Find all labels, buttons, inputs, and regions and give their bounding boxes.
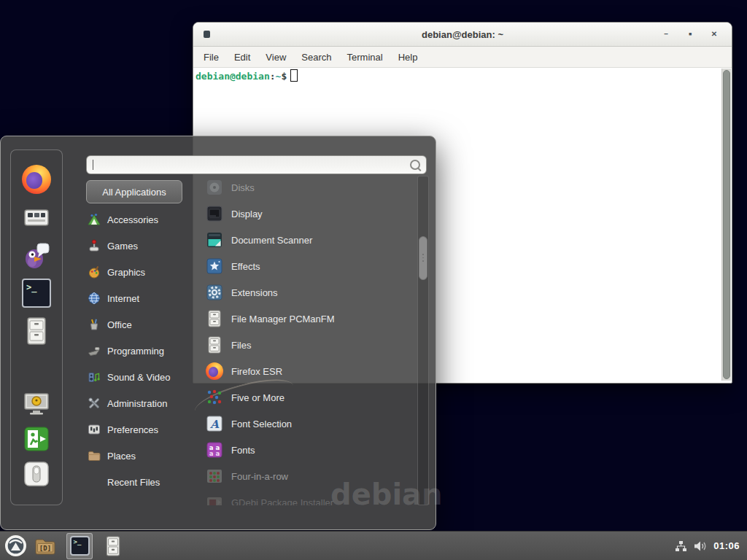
prompt-user-host: debian@debian	[196, 71, 270, 82]
window-title: debian@debian: ~	[193, 29, 732, 40]
category-list: All Applications Accessories Games Graph…	[86, 180, 201, 495]
fonts-icon: a aa a	[206, 441, 223, 459]
category-accessories[interactable]: Accessories	[86, 206, 201, 233]
category-all-applications[interactable]: All Applications	[86, 180, 182, 203]
search-input[interactable]	[93, 157, 410, 173]
files-task-button[interactable]	[104, 536, 123, 556]
shut-down-icon[interactable]	[23, 461, 50, 487]
accessories-icon	[88, 213, 101, 226]
search-icon	[410, 160, 420, 170]
places-icon	[88, 449, 101, 462]
four-in-a-row-icon	[206, 467, 223, 485]
folder-d-icon: [D]	[34, 536, 56, 556]
terminal-menubar: File Edit View Search Terminal Help	[193, 47, 732, 68]
pcmanfm-desktop-button[interactable]: [D]	[34, 536, 56, 556]
programming-icon	[88, 344, 101, 357]
category-programming[interactable]: Programming	[86, 338, 201, 364]
administration-icon	[88, 397, 101, 410]
app-list-scrollbar[interactable]	[417, 176, 429, 505]
app-disks[interactable]: Disks	[206, 174, 416, 201]
menu-terminal[interactable]: Terminal	[347, 52, 383, 63]
terminal-icon	[70, 536, 90, 556]
menu-logo-icon	[4, 534, 27, 557]
shell-prompt: debian@debian:~$	[196, 69, 298, 82]
games-icon	[88, 239, 101, 252]
firefox-icon	[206, 362, 223, 380]
application-menu: debian	[0, 136, 436, 530]
app-font-selection[interactable]: A Font Selection	[206, 411, 416, 437]
application-list: Disks Display Document Scanner Effects E…	[206, 174, 416, 505]
app-five-or-more[interactable]: Five or More	[206, 384, 416, 411]
app-file-manager-pcmanfm[interactable]: File Manager PCManFM	[206, 306, 416, 332]
firefox-icon[interactable]	[22, 165, 51, 194]
app-gdebi-package-installer[interactable]: GDebi Package Installer	[206, 489, 416, 505]
file-cabinet-icon	[206, 310, 223, 327]
file-cabinet-icon	[104, 536, 123, 556]
graphics-icon	[88, 265, 101, 279]
app-display[interactable]: Display	[206, 201, 416, 227]
app-document-scanner[interactable]: Document Scanner	[206, 227, 416, 253]
terminal-window-icon	[204, 31, 210, 38]
app-firefox-esr[interactable]: Firefox ESR	[206, 358, 416, 384]
volume-icon[interactable]	[694, 540, 707, 552]
category-internet[interactable]: Internet	[86, 285, 201, 311]
category-administration[interactable]: Administration	[86, 390, 201, 416]
category-sound-video[interactable]: Sound & Video	[86, 364, 201, 390]
font-selection-icon: A	[206, 415, 223, 432]
category-recent-files[interactable]: Recent Files	[86, 469, 201, 495]
terminal-scrollbar-thumb[interactable]	[723, 70, 730, 379]
document-scanner-icon	[206, 231, 223, 249]
taskbar: [D] 01:06	[0, 531, 747, 560]
internet-icon	[88, 292, 101, 305]
category-games[interactable]: Games	[86, 233, 201, 259]
maximize-icon[interactable]: ■	[686, 30, 694, 39]
category-preferences[interactable]: Preferences	[86, 416, 201, 443]
pidgin-icon[interactable]	[22, 241, 51, 270]
five-or-more-icon	[206, 389, 223, 406]
menu-search-box	[86, 155, 427, 174]
category-places[interactable]: Places	[86, 443, 201, 469]
settings-panel-icon[interactable]	[22, 203, 51, 232]
text-cursor	[290, 69, 298, 82]
preferences-icon	[88, 423, 101, 436]
app-four-in-a-row[interactable]: Four-in-a-row	[206, 463, 416, 489]
app-fonts[interactable]: a aa a Fonts	[206, 437, 416, 463]
menu-edit[interactable]: Edit	[234, 52, 250, 63]
network-icon[interactable]	[675, 540, 687, 552]
app-files[interactable]: Files	[206, 332, 416, 358]
favorites-column	[10, 149, 63, 505]
svg-text:a a: a a	[209, 450, 220, 457]
clock[interactable]: 01:06	[713, 540, 740, 551]
terminal-task-button[interactable]	[66, 533, 93, 559]
svg-text:[D]: [D]	[39, 544, 51, 551]
terminal-launcher-icon[interactable]	[22, 279, 51, 308]
category-graphics[interactable]: Graphics	[86, 259, 201, 285]
close-icon[interactable]: ✕	[710, 30, 719, 39]
category-office[interactable]: Office	[86, 311, 201, 338]
svg-text:A: A	[209, 418, 220, 431]
file-cabinet-icon	[206, 336, 223, 354]
effects-icon	[206, 257, 223, 275]
menu-button[interactable]	[4, 534, 27, 557]
terminal-scrollbar[interactable]	[721, 69, 731, 381]
desktop: debian@debian: ~ – ■ ✕ File Edit View Se…	[0, 0, 747, 560]
menu-file[interactable]: File	[204, 52, 219, 63]
app-list-scrollbar-thumb[interactable]	[419, 236, 427, 280]
file-manager-icon[interactable]	[22, 316, 51, 346]
terminal-titlebar[interactable]: debian@debian: ~ – ■ ✕	[193, 23, 732, 47]
minimize-icon[interactable]: –	[662, 30, 670, 39]
lock-screen-icon[interactable]	[23, 391, 50, 417]
display-icon	[206, 205, 223, 222]
app-extensions[interactable]: Extensions	[206, 279, 416, 306]
log-out-icon[interactable]	[23, 426, 50, 452]
system-tray: 01:06	[675, 540, 747, 552]
menu-search[interactable]: Search	[301, 52, 331, 63]
app-effects[interactable]: Effects	[206, 253, 416, 279]
gdebi-icon	[206, 494, 223, 505]
sound-video-icon	[88, 370, 101, 384]
window-controls: – ■ ✕	[662, 30, 732, 39]
menu-view[interactable]: View	[266, 52, 286, 63]
recent-files-spacer	[88, 475, 101, 489]
menu-help[interactable]: Help	[398, 52, 418, 63]
office-icon	[88, 318, 101, 331]
